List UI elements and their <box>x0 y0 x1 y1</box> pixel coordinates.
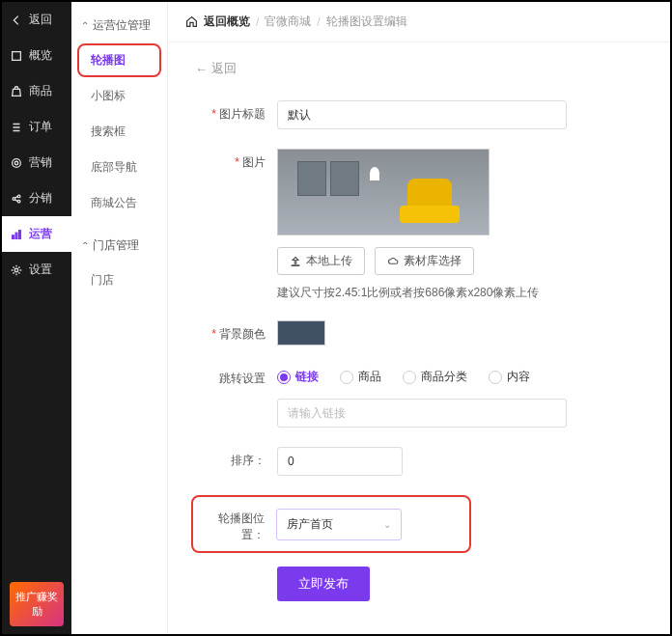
sidebar-primary: 返回 概览 商品 订单 营销 分销 运营 设置 推 <box>2 2 71 634</box>
row-image: *图片 本地上传 <box>195 149 643 301</box>
nav-orders[interactable]: 订单 <box>2 109 71 145</box>
crumb-1[interactable]: 返回概览 <box>204 14 250 30</box>
nav-return[interactable]: 返回 <box>2 2 71 38</box>
upload-hint: 建议尺寸按2.45:1比例或者按686像素x280像素上传 <box>277 285 643 301</box>
target-icon <box>10 156 23 170</box>
group-operations[interactable]: ⌃ 运营位管理 <box>71 10 167 41</box>
nav-label: 运营 <box>29 226 52 242</box>
home-icon <box>185 15 198 28</box>
share-icon <box>10 192 23 206</box>
svg-rect-0 <box>13 51 21 60</box>
content-area: ← 返回 *图片标题 *图片 <box>168 42 670 634</box>
svg-point-1 <box>13 158 21 167</box>
promo-badge[interactable]: 推广赚奖励 <box>10 582 64 626</box>
sort-input[interactable] <box>277 447 403 476</box>
radio-icon <box>340 371 353 384</box>
upload-local-button[interactable]: 本地上传 <box>277 247 365 275</box>
row-bgcolor: *背景颜色 <box>195 320 643 346</box>
cloud-icon <box>387 256 399 267</box>
color-picker[interactable] <box>277 320 325 346</box>
sub-bottomnav[interactable]: 底部导航 <box>77 151 161 184</box>
image-preview[interactable] <box>277 149 490 235</box>
radio-icon <box>489 371 502 384</box>
arrow-left-icon: ← <box>195 62 208 76</box>
chevron-down-icon: ⌃ <box>81 240 89 251</box>
list-icon <box>10 121 23 134</box>
radio-content[interactable]: 内容 <box>489 369 530 385</box>
chevron-down-icon: ⌃ <box>81 20 89 31</box>
upload-icon <box>290 256 301 267</box>
main: 返回概览 / 官微商城 / 轮播图设置编辑 ← 返回 *图片标题 *图片 <box>168 2 670 634</box>
svg-rect-8 <box>19 230 21 238</box>
nav-label: 订单 <box>29 119 52 135</box>
arrow-left-icon <box>10 14 23 27</box>
nav-settings[interactable]: 设置 <box>2 252 71 288</box>
row-title: *图片标题 <box>195 100 643 129</box>
sub-carousel[interactable]: 轮播图 <box>77 43 161 77</box>
nav-marketing[interactable]: 营销 <box>2 145 71 180</box>
upload-library-button[interactable]: 素材库选择 <box>375 247 474 275</box>
nav-label: 返回 <box>29 12 52 28</box>
nav-label: 商品 <box>29 83 52 99</box>
nav-operations[interactable]: 运营 <box>2 216 71 252</box>
radio-category[interactable]: 商品分类 <box>403 369 467 385</box>
bag-icon <box>10 85 23 98</box>
nav-products[interactable]: 商品 <box>2 73 71 109</box>
gear-icon <box>10 263 23 277</box>
group-title: 门店管理 <box>93 237 139 254</box>
svg-rect-6 <box>13 235 14 238</box>
svg-point-2 <box>14 161 18 165</box>
position-select[interactable]: 房产首页 ⌄ <box>276 509 402 540</box>
chart-icon <box>10 228 23 241</box>
group-store[interactable]: ⌃ 门店管理 <box>71 230 167 262</box>
sub-announce[interactable]: 商城公告 <box>77 186 161 220</box>
breadcrumb: 返回概览 / 官微商城 / 轮播图设置编辑 <box>168 2 670 42</box>
radio-icon <box>403 371 416 384</box>
sub-store[interactable]: 门店 <box>77 263 161 297</box>
jump-radio-group: 链接 商品 商品分类 内容 <box>277 365 643 385</box>
group-title: 运营位管理 <box>93 17 151 34</box>
sub-smallicon[interactable]: 小图标 <box>77 79 161 113</box>
nav-label: 设置 <box>29 262 52 278</box>
back-link[interactable]: ← 返回 <box>195 60 643 77</box>
row-submit: 立即发布 <box>195 567 643 601</box>
title-input[interactable] <box>277 100 567 129</box>
radio-product[interactable]: 商品 <box>340 369 381 385</box>
svg-point-9 <box>14 268 18 272</box>
app-root: 返回 概览 商品 订单 营销 分销 运营 设置 推 <box>0 0 672 636</box>
nav-label: 概览 <box>29 47 52 64</box>
nav-distribution[interactable]: 分销 <box>2 180 71 216</box>
chevron-down-icon: ⌄ <box>383 519 391 530</box>
row-jump: 跳转设置 链接 商品 商品分类 内容 <box>195 365 643 428</box>
sidebar-secondary: ⌃ 运营位管理 轮播图 小图标 搜索框 底部导航 商城公告 ⌃ 门店管理 门店 <box>71 2 168 634</box>
radio-link[interactable]: 链接 <box>277 369 319 385</box>
radio-icon <box>277 371 291 384</box>
row-position: 轮播图位置： 房产首页 ⌄ <box>195 495 643 553</box>
publish-button[interactable]: 立即发布 <box>277 567 370 601</box>
row-sort: 排序： <box>195 447 643 476</box>
sub-searchbox[interactable]: 搜索框 <box>77 115 161 149</box>
link-input[interactable] <box>277 399 567 428</box>
nav-label: 分销 <box>29 190 52 207</box>
position-highlight: 轮播图位置： 房产首页 ⌄ <box>191 495 471 553</box>
square-icon <box>10 49 23 63</box>
svg-rect-7 <box>15 233 17 238</box>
crumb-2[interactable]: 官微商城 <box>265 14 311 30</box>
nav-label: 营销 <box>29 154 52 171</box>
nav-overview[interactable]: 概览 <box>2 38 71 73</box>
crumb-3: 轮播图设置编辑 <box>326 14 407 30</box>
